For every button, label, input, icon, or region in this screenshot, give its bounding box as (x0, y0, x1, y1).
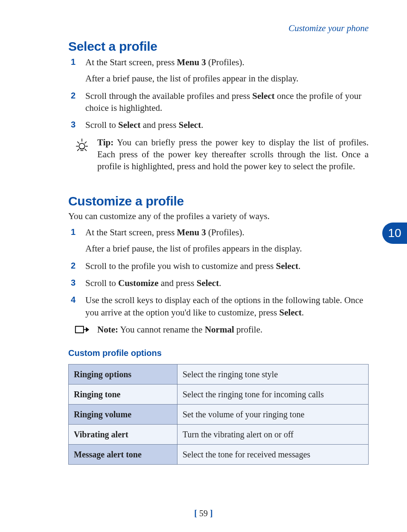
option-desc: Turn the vibrating alert on or off (177, 425, 369, 445)
step-bold: Menu 3 (177, 57, 206, 67)
step-bold: Select (179, 120, 201, 130)
section-title-select-profile: Select a profile (68, 39, 369, 54)
lightbulb-icon (73, 136, 91, 173)
table-row: Ringing volume Set the volume of your ri… (69, 405, 369, 425)
note-icon (73, 324, 91, 337)
svg-point-0 (79, 143, 84, 149)
list-item: Use the scroll keys to display each of t… (68, 294, 369, 318)
tip-text: You can briefly press the power key to d… (97, 137, 369, 172)
note-callout: Note: You cannot rename the Normal profi… (73, 324, 369, 337)
step-text: . (201, 120, 203, 130)
section-title-customize-profile: Customize a profile (68, 194, 369, 208)
step-text: and press (140, 120, 178, 130)
step-bold: Select (118, 120, 140, 130)
step-text: At the Start screen, press (85, 57, 177, 67)
step-bold: Select (276, 261, 298, 271)
option-desc: Set the volume of your ringing tone (177, 405, 369, 425)
step-sub: After a brief pause, the list of profile… (85, 243, 364, 254)
list-item: At the Start screen, press Menu 3 (Profi… (68, 226, 369, 255)
step-text: . (298, 261, 300, 271)
step-bold: Select (279, 307, 302, 318)
customize-profile-steps: At the Start screen, press Menu 3 (Profi… (68, 226, 369, 318)
step-bold: Menu 3 (177, 227, 206, 237)
svg-marker-9 (86, 327, 90, 332)
step-text: Use the scroll keys to display each of t… (85, 295, 363, 317)
svg-line-7 (85, 149, 87, 150)
select-profile-steps: At the Start screen, press Menu 3 (Profi… (68, 56, 369, 131)
table-row: Vibrating alert Turn the vibrating alert… (69, 425, 369, 445)
note-bold: Normal (205, 324, 234, 335)
option-desc: Select the ringing tone for incoming cal… (177, 385, 369, 405)
options-table: Ringing options Select the ringing tone … (68, 364, 369, 465)
option-name: Ringing volume (69, 405, 177, 425)
list-item: Scroll to the profile you wish to custom… (68, 260, 369, 272)
note-text: You cannot rename the (118, 324, 205, 335)
bracket-right: ] (208, 509, 213, 518)
step-text: . (302, 307, 304, 318)
bracket-left: [ (194, 509, 199, 518)
table-title: Custom profile options (68, 348, 369, 358)
page: Customize your phone 10 Select a profile… (0, 0, 407, 532)
list-item: Scroll to Customize and press Select. (68, 277, 369, 289)
running-header: Customize your phone (288, 23, 369, 34)
svg-line-6 (78, 149, 79, 150)
tip-callout: Tip: You can briefly press the power key… (73, 136, 369, 173)
step-text: and press (158, 278, 196, 288)
option-desc: Select the tone for received messages (177, 445, 369, 465)
option-name: Message alert tone (69, 445, 177, 465)
page-footer: [ 59 ] (0, 509, 407, 518)
step-text: Scroll to the profile you wish to custom… (85, 261, 276, 271)
step-sub: After a brief pause, the list of profile… (85, 72, 364, 84)
svg-line-4 (78, 142, 79, 143)
tip-label: Tip: (97, 137, 113, 147)
step-text: (Profiles). (206, 227, 244, 237)
list-item: Scroll through the available profiles an… (68, 90, 369, 114)
page-number: 59 (199, 509, 208, 518)
step-bold: Customize (118, 278, 158, 288)
step-text: . (219, 278, 221, 288)
svg-line-5 (85, 142, 87, 143)
list-item: Scroll to Select and press Select. (68, 119, 369, 131)
step-text: Scroll to (85, 120, 118, 130)
chapter-tab: 10 (382, 223, 407, 244)
step-text: (Profiles). (206, 57, 244, 67)
note-label: Note: (97, 324, 118, 335)
note-text: profile. (234, 324, 262, 335)
option-name: Vibrating alert (69, 425, 177, 445)
table-row: Ringing options Select the ringing tone … (69, 364, 369, 385)
tip-body: Tip: You can briefly press the power key… (97, 136, 369, 173)
table-row: Ringing tone Select the ringing tone for… (69, 385, 369, 405)
step-text: Scroll through the available profiles an… (85, 91, 252, 101)
option-name: Ringing options (69, 364, 177, 385)
table-row: Message alert tone Select the tone for r… (69, 445, 369, 465)
step-text: At the Start screen, press (85, 227, 177, 237)
step-bold: Select (197, 278, 219, 288)
section-intro: You can customize any of the profiles a … (68, 210, 369, 222)
list-item: At the Start screen, press Menu 3 (Profi… (68, 56, 369, 85)
note-body: Note: You cannot rename the Normal profi… (97, 324, 369, 337)
svg-rect-8 (76, 327, 84, 333)
option-desc: Select the ringing tone style (177, 364, 369, 385)
step-text: Scroll to (85, 278, 118, 288)
step-bold: Select (252, 91, 274, 101)
option-name: Ringing tone (69, 385, 177, 405)
